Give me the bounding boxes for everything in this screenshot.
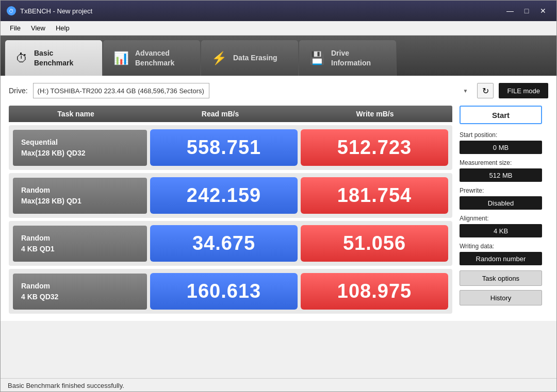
measurement-size-label: Measurement size: [460, 159, 542, 166]
drive-label: Drive: [9, 87, 28, 95]
start-position-value: 0 MB [460, 141, 542, 154]
right-panel: Start Start position: 0 MB Measurement s… [460, 106, 542, 314]
basic-benchmark-icon: ⏱ [15, 51, 28, 65]
table-row: Random4 KB QD32 160.613 108.975 [9, 269, 452, 314]
status-bar: Basic Benchmark finished successfully. [1, 378, 556, 392]
alignment-label: Alignment: [460, 215, 542, 222]
data-erasing-icon: ⚡ [211, 51, 227, 65]
app-icon: ⏱ [7, 6, 16, 15]
menu-view[interactable]: View [26, 22, 51, 34]
write-value-random-4kb-qd32: 108.975 [301, 273, 448, 310]
title-bar: ⏱ TxBENCH - New project — □ ✕ [1, 1, 556, 21]
table-body: SequentialMax(128 KB) QD32 558.751 512.7… [9, 125, 452, 314]
task-name-random-4kb-qd32: Random4 KB QD32 [13, 274, 147, 310]
menu-file[interactable]: File [5, 22, 26, 34]
tab-drive-information-label: DriveInformation [331, 48, 371, 67]
write-value-sequential: 512.723 [301, 129, 448, 166]
task-name-sequential: SequentialMax(128 KB) QD32 [13, 130, 147, 166]
tab-bar: ⏱ BasicBenchmark 📊 AdvancedBenchmark ⚡ D… [1, 36, 556, 76]
table-row: SequentialMax(128 KB) QD32 558.751 512.7… [9, 125, 452, 170]
drive-information-icon: 💾 [309, 51, 325, 65]
read-value-random-4kb-qd1: 34.675 [150, 225, 298, 262]
minimize-button[interactable]: — [503, 5, 517, 17]
refresh-button[interactable]: ↻ [477, 83, 494, 98]
tab-data-erasing[interactable]: ⚡ Data Erasing [201, 40, 299, 76]
task-name-random-128kb: RandomMax(128 KB) QD1 [13, 178, 147, 214]
table-row: Random4 KB QD1 34.675 51.056 [9, 221, 452, 266]
read-value-sequential: 558.751 [150, 129, 298, 166]
tab-advanced-benchmark-label: AdvancedBenchmark [135, 48, 174, 67]
benchmark-layout: Task name Read mB/s Write mB/s Sequentia… [9, 106, 548, 314]
write-value-random-4kb-qd1: 51.056 [301, 225, 448, 262]
read-value-random-128kb: 242.159 [150, 177, 298, 214]
start-position-label: Start position: [460, 131, 542, 139]
menu-bar: File View Help [1, 21, 556, 36]
benchmark-table: Task name Read mB/s Write mB/s Sequentia… [9, 106, 452, 314]
writing-data-label: Writing data: [460, 243, 542, 250]
table-header: Task name Read mB/s Write mB/s [9, 106, 452, 122]
tab-advanced-benchmark[interactable]: 📊 AdvancedBenchmark [103, 40, 201, 76]
prewrite-label: Prewrite: [460, 187, 542, 194]
file-mode-button[interactable]: FILE mode [499, 83, 548, 98]
drive-row: Drive: (H:) TOSHIBA-TR200 223.44 GB (468… [9, 83, 548, 98]
window-controls: — □ ✕ [503, 5, 550, 17]
col-header-read: Read mB/s [143, 110, 298, 118]
drive-select-wrapper: (H:) TOSHIBA-TR200 223.44 GB (468,596,73… [33, 83, 472, 98]
task-name-random-4kb-qd1: Random4 KB QD1 [13, 226, 147, 262]
window-title: TxBENCH - New project [20, 7, 503, 15]
alignment-value: 4 KB [460, 224, 542, 237]
menu-help[interactable]: Help [51, 22, 75, 34]
tab-basic-benchmark[interactable]: ⏱ BasicBenchmark [5, 40, 103, 76]
write-value-random-128kb: 181.754 [301, 177, 448, 214]
prewrite-value: Disabled [460, 196, 542, 210]
writing-data-value: Random number [460, 252, 542, 265]
close-button[interactable]: ✕ [536, 5, 550, 17]
task-options-button[interactable]: Task options [460, 270, 542, 286]
advanced-benchmark-icon: 📊 [113, 51, 129, 65]
tab-basic-benchmark-label: BasicBenchmark [34, 48, 73, 67]
read-value-random-4kb-qd32: 160.613 [150, 273, 298, 310]
refresh-icon: ↻ [482, 86, 489, 96]
table-row: RandomMax(128 KB) QD1 242.159 181.754 [9, 173, 452, 218]
col-header-task: Task name [9, 110, 143, 118]
history-button[interactable]: History [460, 290, 542, 305]
maximize-button[interactable]: □ [519, 5, 534, 17]
main-content: Drive: (H:) TOSHIBA-TR200 223.44 GB (468… [1, 76, 556, 321]
col-header-write: Write mB/s [298, 110, 452, 118]
drive-select[interactable]: (H:) TOSHIBA-TR200 223.44 GB (468,596,73… [33, 83, 209, 98]
measurement-size-value: 512 MB [460, 168, 542, 182]
start-button[interactable]: Start [460, 106, 542, 124]
tab-data-erasing-label: Data Erasing [233, 53, 277, 62]
tab-drive-information[interactable]: 💾 DriveInformation [299, 40, 397, 76]
status-text: Basic Benchmark finished successfully. [8, 382, 124, 389]
